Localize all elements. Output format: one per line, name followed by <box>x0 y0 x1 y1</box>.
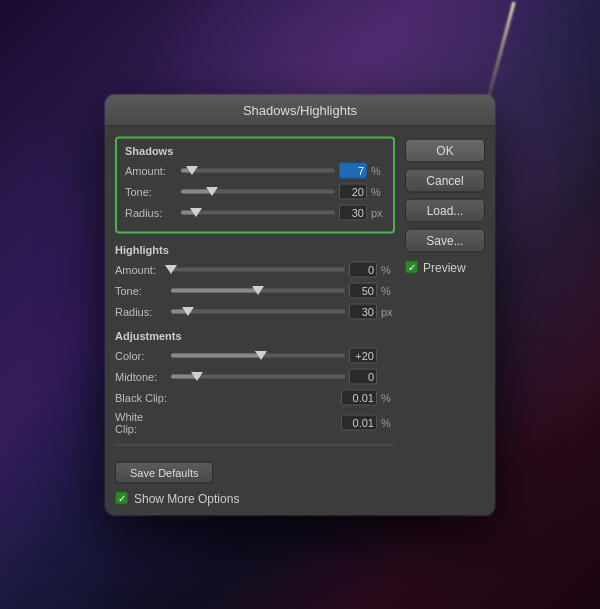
dialog-title: Shadows/Highlights <box>243 102 357 117</box>
highlights-tone-unit: % <box>381 284 395 296</box>
shadows-tone-label: Tone: <box>125 185 177 197</box>
adjustments-color-label: Color: <box>115 349 167 361</box>
highlights-tone-row: Tone: % <box>115 282 395 298</box>
shadows-tone-slider[interactable] <box>181 189 335 193</box>
highlights-radius-input[interactable] <box>349 303 377 319</box>
adjustments-midtone-label: Midtone: <box>115 370 167 382</box>
show-more-label: Show More Options <box>134 491 239 505</box>
load-button[interactable]: Load... <box>405 198 485 222</box>
adjustments-whiteclip-unit: % <box>381 416 395 428</box>
adjustments-blackclip-label: Black Clip: <box>115 391 167 403</box>
adjustments-section: Adjustments Color: Midtone: <box>115 329 395 434</box>
cancel-button[interactable]: Cancel <box>405 168 485 192</box>
adjustments-color-slider[interactable] <box>171 353 345 357</box>
adjustments-blackclip-input[interactable] <box>341 389 377 405</box>
highlights-amount-row: Amount: % <box>115 261 395 277</box>
shadows-amount-slider[interactable] <box>181 168 335 172</box>
preview-label: Preview <box>423 260 466 274</box>
highlights-radius-slider[interactable] <box>171 309 345 313</box>
shadows-tone-row: Tone: % <box>125 183 385 199</box>
highlights-label: Highlights <box>115 243 395 255</box>
preview-checkbox[interactable] <box>405 261 418 274</box>
save-defaults-button[interactable]: Save Defaults <box>115 461 213 483</box>
adjustments-color-row: Color: <box>115 347 395 363</box>
highlights-amount-input[interactable] <box>349 261 377 277</box>
adjustments-whiteclip-label: White Clip: <box>115 410 167 434</box>
shadows-radius-slider[interactable] <box>181 210 335 214</box>
dialog-titlebar: Shadows/Highlights <box>105 94 495 126</box>
highlights-radius-row: Radius: px <box>115 303 395 319</box>
shadows-amount-unit: % <box>371 164 385 176</box>
adjustments-midtone-row: Midtone: <box>115 368 395 384</box>
shadows-tone-input[interactable] <box>339 183 367 199</box>
adjustments-whiteclip-row: White Clip: % <box>115 410 395 434</box>
adjustments-color-input[interactable] <box>349 347 377 363</box>
shadows-radius-unit: px <box>371 206 385 218</box>
adjustments-blackclip-unit: % <box>381 391 395 403</box>
shadows-highlights-dialog: Shadows/Highlights Shadows Amount: % Ton… <box>105 94 495 515</box>
shadows-tone-unit: % <box>371 185 385 197</box>
highlights-amount-unit: % <box>381 263 395 275</box>
dialog-body: Shadows Amount: % Tone: <box>105 126 495 515</box>
adjustments-whiteclip-input[interactable] <box>341 414 377 430</box>
highlights-amount-label: Amount: <box>115 263 167 275</box>
preview-row: Preview <box>405 258 485 276</box>
show-more-row: Show More Options <box>115 491 395 505</box>
highlights-tone-label: Tone: <box>115 284 167 296</box>
shadows-section: Shadows Amount: % Tone: <box>115 136 395 233</box>
bottom-area: Save Defaults Show More Options <box>115 444 395 505</box>
show-more-checkbox[interactable] <box>115 492 128 505</box>
shadows-amount-label: Amount: <box>125 164 177 176</box>
shadows-radius-label: Radius: <box>125 206 177 218</box>
highlights-radius-unit: px <box>381 305 395 317</box>
adjustments-midtone-input[interactable] <box>349 368 377 384</box>
highlights-tone-slider[interactable] <box>171 288 345 292</box>
highlights-amount-slider[interactable] <box>171 267 345 271</box>
save-button[interactable]: Save... <box>405 228 485 252</box>
shadows-label: Shadows <box>125 144 385 156</box>
adjustments-blackclip-row: Black Clip: % <box>115 389 395 405</box>
adjustments-midtone-slider[interactable] <box>171 374 345 378</box>
highlights-section: Highlights Amount: % Tone: <box>115 243 395 319</box>
dialog-right-panel: OK Cancel Load... Save... Preview <box>405 136 485 505</box>
ok-button[interactable]: OK <box>405 138 485 162</box>
dialog-left-panel: Shadows Amount: % Tone: <box>115 136 395 505</box>
highlights-radius-label: Radius: <box>115 305 167 317</box>
adjustments-label: Adjustments <box>115 329 395 341</box>
shadows-amount-input[interactable] <box>339 162 367 178</box>
shadows-amount-row: Amount: % <box>125 162 385 178</box>
shadows-radius-input[interactable] <box>339 204 367 220</box>
shadows-radius-row: Radius: px <box>125 204 385 220</box>
highlights-tone-input[interactable] <box>349 282 377 298</box>
